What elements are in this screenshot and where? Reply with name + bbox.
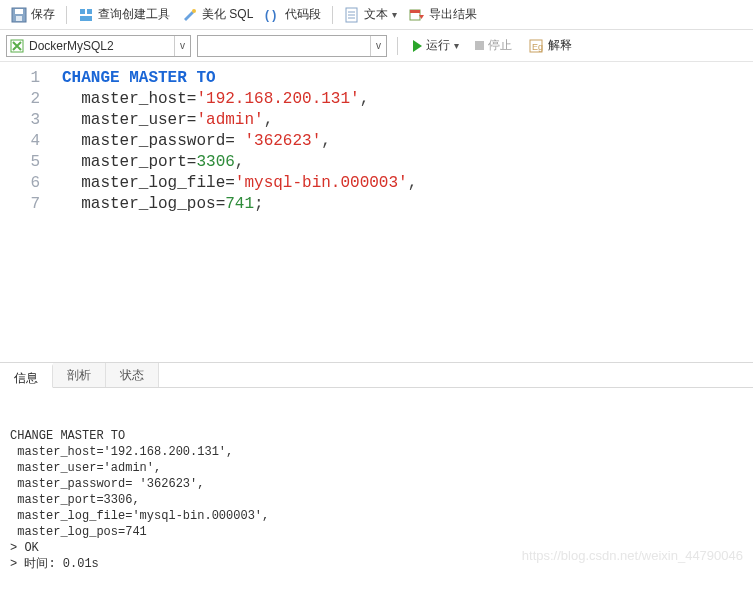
save-icon	[11, 7, 27, 23]
code-line: CHANGE MASTER TO	[62, 68, 753, 89]
line-number: 5	[0, 152, 40, 173]
code-snippet-icon: ( )	[265, 7, 281, 23]
connection-select[interactable]: DockerMySQL2 v	[6, 35, 191, 57]
code-line: master_password= '362623',	[62, 131, 753, 152]
separator	[66, 6, 67, 24]
line-gutter: 1234567	[0, 62, 54, 362]
text-label: 文本	[364, 6, 388, 23]
stop-label: 停止	[488, 37, 512, 54]
separator	[332, 6, 333, 24]
beautify-icon	[182, 7, 198, 23]
separator	[397, 37, 398, 55]
sql-editor[interactable]: 1234567 CHANGE MASTER TO master_host='19…	[0, 62, 753, 362]
beautify-label: 美化 SQL	[202, 6, 253, 23]
query-builder-button[interactable]: 查询创建工具	[73, 3, 175, 26]
line-number: 6	[0, 173, 40, 194]
connection-bar: DockerMySQL2 v v 运行 ▾ 停止 Eg 解释	[0, 30, 753, 62]
code-area[interactable]: CHANGE MASTER TO master_host='192.168.20…	[54, 62, 753, 362]
svg-rect-2	[16, 16, 22, 21]
dropdown-icon: ▾	[392, 9, 397, 20]
save-label: 保存	[31, 6, 55, 23]
export-icon	[409, 7, 425, 23]
svg-rect-4	[87, 9, 92, 14]
chevron-down-icon: v	[174, 36, 190, 56]
tab-info[interactable]: 信息	[0, 364, 53, 388]
query-builder-icon	[78, 7, 94, 23]
export-label: 导出结果	[429, 6, 477, 23]
main-toolbar: 保存 查询创建工具 美化 SQL ( ) 代码段 文本 ▾ 导出结果	[0, 0, 753, 30]
beautify-sql-button[interactable]: 美化 SQL	[177, 3, 258, 26]
line-number: 7	[0, 194, 40, 215]
explain-label: 解释	[548, 37, 572, 54]
code-snippet-label: 代码段	[285, 6, 321, 23]
svg-text:( ): ( )	[265, 8, 276, 22]
line-number: 3	[0, 110, 40, 131]
play-icon	[413, 40, 422, 52]
explain-button[interactable]: Eg 解释	[523, 34, 577, 57]
tab-status[interactable]: 状态	[106, 363, 159, 387]
chevron-down-icon: v	[370, 36, 386, 56]
code-line: master_log_pos=741;	[62, 194, 753, 215]
svg-point-6	[192, 9, 196, 13]
text-button[interactable]: 文本 ▾	[339, 3, 402, 26]
run-button[interactable]: 运行 ▾	[408, 34, 464, 57]
database-select[interactable]: v	[197, 35, 387, 57]
result-tabs: 信息 剖析 状态	[0, 362, 753, 388]
save-button[interactable]: 保存	[6, 3, 60, 26]
stop-icon	[475, 41, 484, 50]
connection-value: DockerMySQL2	[25, 39, 174, 53]
query-builder-label: 查询创建工具	[98, 6, 170, 23]
line-number: 4	[0, 131, 40, 152]
svg-rect-3	[80, 9, 85, 14]
code-line: master_user='admin',	[62, 110, 753, 131]
output-panel[interactable]: CHANGE MASTER TO master_host='192.168.20…	[0, 388, 753, 588]
line-number: 2	[0, 89, 40, 110]
tab-profile[interactable]: 剖析	[53, 363, 106, 387]
explain-icon: Eg	[528, 38, 544, 54]
svg-text:Eg: Eg	[532, 42, 543, 52]
code-line: master_log_file='mysql-bin.000003',	[62, 173, 753, 194]
database-icon	[9, 38, 25, 54]
svg-rect-5	[80, 16, 92, 21]
run-label: 运行	[426, 37, 450, 54]
code-line: master_port=3306,	[62, 152, 753, 173]
code-line: master_host='192.168.200.131',	[62, 89, 753, 110]
text-icon	[344, 7, 360, 23]
svg-rect-13	[410, 10, 420, 13]
line-number: 1	[0, 68, 40, 89]
dropdown-icon: ▾	[454, 40, 459, 51]
watermark: https://blog.csdn.net/weixin_44790046	[522, 548, 743, 564]
svg-rect-1	[15, 9, 23, 14]
export-button[interactable]: 导出结果	[404, 3, 482, 26]
stop-button[interactable]: 停止	[470, 34, 517, 57]
code-snippet-button[interactable]: ( ) 代码段	[260, 3, 326, 26]
